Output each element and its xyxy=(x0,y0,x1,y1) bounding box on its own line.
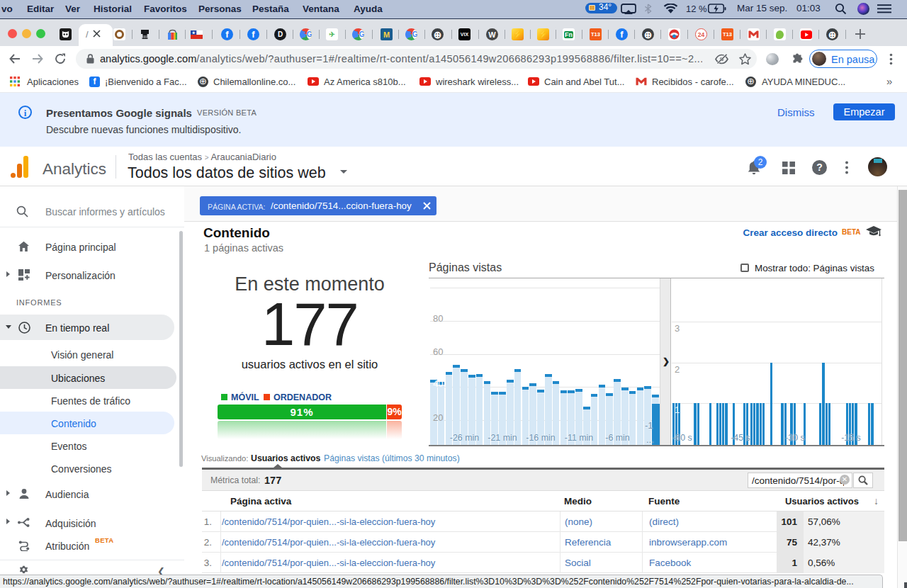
svg-text:★: ★ xyxy=(192,30,196,35)
